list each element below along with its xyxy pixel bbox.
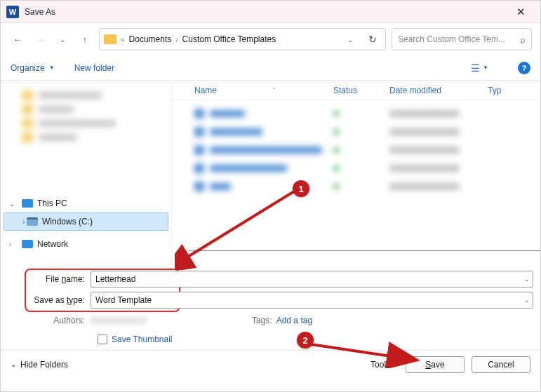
- col-date[interactable]: Date modified: [389, 86, 488, 95]
- authors-value-blurred[interactable]: [91, 316, 147, 325]
- help-button[interactable]: ?: [518, 62, 530, 74]
- tree-item-thispc[interactable]: ⌄ This PC: [1, 194, 171, 212]
- breadcrumb-templates[interactable]: Custom Office Templates: [182, 34, 276, 44]
- filename-label: File name:: [8, 274, 91, 284]
- authors-label: Authors:: [8, 316, 91, 325]
- pc-icon: [22, 199, 33, 208]
- filename-input[interactable]: Letterhead ⌄: [91, 271, 533, 288]
- new-folder-button[interactable]: New folder: [74, 63, 114, 73]
- annotation-badge-2: 2: [297, 332, 314, 349]
- savetype-label: Save as type:: [8, 295, 91, 305]
- chevron-down-icon[interactable]: ⌄: [524, 276, 530, 283]
- recent-chevron[interactable]: ⌄: [54, 31, 71, 48]
- col-name[interactable]: Name ˄: [172, 86, 333, 95]
- address-dropdown-icon[interactable]: ⌄: [343, 36, 357, 43]
- sort-asc-icon: ˄: [273, 87, 276, 93]
- file-list: Name ˄ Status Date modified Typ: [172, 81, 540, 264]
- save-button[interactable]: Save: [406, 356, 465, 373]
- breadcrumb-documents[interactable]: Documents: [129, 34, 172, 44]
- col-name-label: Name: [194, 86, 217, 95]
- chevron-down-icon: ⌄: [11, 360, 16, 368]
- column-headers: Name ˄ Status Date modified Typ: [172, 81, 540, 100]
- tags-label: Tags:: [252, 316, 272, 325]
- close-button[interactable]: ✕: [507, 1, 535, 23]
- save-fields: File name: Letterhead ⌄ Save as type: Wo…: [1, 264, 540, 350]
- save-thumbnail-checkbox[interactable]: [98, 334, 107, 344]
- search-input[interactable]: Search Custom Office Tem... ⌕: [392, 28, 532, 50]
- chevron-down-icon: ▼: [483, 65, 488, 71]
- save-thumbnail-label: Save Thumbnail: [112, 334, 173, 344]
- meta-row: Authors: Tags: Add a tag: [8, 312, 533, 329]
- chevron-down-icon: ▼: [49, 65, 55, 71]
- main-split: ⌄ This PC › Windows (C:) › Network Name …: [1, 81, 540, 264]
- toolbar: Organize ▼ New folder ☰ ▼ ?: [1, 55, 540, 81]
- up-button[interactable]: ↑: [76, 31, 93, 48]
- chevron-down-icon: ▼: [393, 361, 399, 367]
- drive-icon: [27, 217, 38, 226]
- organize-menu[interactable]: Organize ▼: [11, 63, 55, 73]
- hide-folders-button[interactable]: ⌄ Hide Folders: [11, 360, 68, 370]
- col-status[interactable]: Status: [333, 86, 389, 95]
- filename-row: File name: Letterhead ⌄: [8, 270, 533, 288]
- organize-label: Organize: [11, 63, 45, 73]
- footer: ⌄ Hide Folders Tools ▼ Save Cancel: [1, 350, 540, 378]
- folder-icon: [104, 34, 116, 44]
- search-placeholder: Search Custom Office Tem...: [398, 34, 520, 44]
- chevron-down-icon[interactable]: ⌄: [524, 297, 530, 304]
- filename-value: Letterhead: [95, 274, 135, 284]
- cancel-button[interactable]: Cancel: [472, 356, 530, 373]
- add-tag-link[interactable]: Add a tag: [276, 316, 312, 325]
- tree-blurred-section: [1, 81, 171, 191]
- tree-item-drive-c[interactable]: › Windows (C:): [4, 212, 168, 231]
- nav-row: ← → ⌄ ↑ « Documents › Custom Office Temp…: [1, 23, 540, 55]
- search-icon: ⌕: [520, 34, 526, 45]
- list-view-icon: ☰: [471, 62, 480, 74]
- expand-right-icon[interactable]: ›: [9, 241, 18, 248]
- forward-button[interactable]: →: [32, 31, 48, 48]
- savetype-value: Word Template: [95, 295, 152, 305]
- separator-line: [189, 250, 540, 251]
- window-title: Save As: [25, 7, 507, 17]
- expand-right-icon[interactable]: ›: [13, 218, 22, 226]
- tools-label: Tools: [370, 360, 390, 370]
- savetype-row: Save as type: Word Template ⌄: [8, 291, 533, 309]
- breadcrumb-sep-icon: «: [119, 36, 126, 43]
- refresh-button[interactable]: ↻: [364, 34, 381, 45]
- titlebar: W Save As ✕: [1, 1, 540, 23]
- annotation-badge-1: 1: [293, 180, 309, 197]
- file-rows-blurred: [172, 100, 540, 200]
- hide-folders-label: Hide Folders: [20, 360, 68, 370]
- col-type[interactable]: Typ: [488, 86, 509, 95]
- network-label: Network: [37, 239, 68, 249]
- thispc-label: This PC: [37, 198, 67, 208]
- chevron-right-icon: ›: [174, 36, 179, 43]
- address-bar[interactable]: « Documents › Custom Office Templates ⌄ …: [99, 28, 386, 50]
- drive-label: Windows (C:): [42, 217, 93, 227]
- tools-menu[interactable]: Tools ▼: [370, 360, 399, 370]
- folder-tree: ⌄ This PC › Windows (C:) › Network: [1, 81, 172, 264]
- network-icon: [22, 240, 33, 248]
- save-thumbnail-row: Save Thumbnail: [8, 329, 533, 350]
- view-menu[interactable]: ☰ ▼: [471, 62, 488, 74]
- back-button[interactable]: ←: [9, 31, 26, 48]
- word-app-icon: W: [6, 6, 19, 18]
- tree-item-network[interactable]: › Network: [1, 235, 171, 253]
- expand-down-icon[interactable]: ⌄: [9, 200, 18, 208]
- savetype-select[interactable]: Word Template ⌄: [91, 292, 533, 309]
